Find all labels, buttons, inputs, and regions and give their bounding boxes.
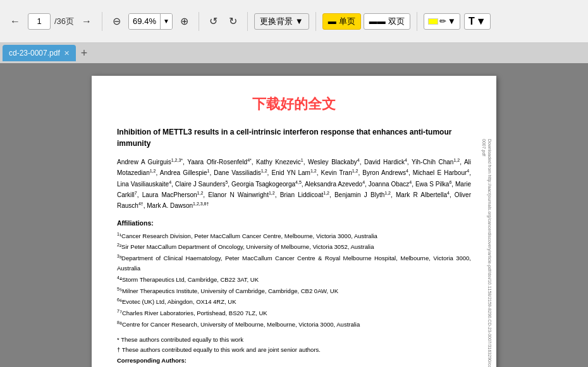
affil-item-4: 4⁴Storm Therapeutics Ltd, Cambridge, CB2… — [117, 274, 471, 285]
background-label: 更换背景 — [260, 16, 293, 27]
notes: * These authors contributed equally to t… — [117, 335, 471, 366]
text-tool-button[interactable]: T ▼ — [464, 13, 491, 30]
text-icon: T — [469, 16, 475, 27]
divider-3 — [247, 12, 248, 31]
affil-item-5: 5⁵Milner Therapeutics Institute, Univers… — [117, 286, 471, 296]
affil-item-7: 7⁷Charles River Laboratories, Portishead… — [117, 308, 471, 318]
double-page-button[interactable]: ▬▬ 双页 — [364, 13, 410, 30]
divider-5 — [417, 12, 417, 31]
single-page-button[interactable]: ▬ 单页 — [322, 13, 361, 30]
background-dropdown-icon: ▼ — [295, 16, 303, 26]
rotate-left-button[interactable]: ↺ — [205, 13, 221, 30]
forward-button[interactable]: → — [78, 13, 95, 30]
back-button[interactable]: ← — [6, 13, 24, 30]
zoom-dropdown[interactable]: ▼ — [161, 14, 172, 29]
background-button[interactable]: 更换背景 ▼ — [254, 13, 309, 30]
affil-item-3: 3³Department of Clinical Haematology, Pe… — [117, 253, 471, 274]
pdf-page: 下载好的全文 Inhibition of METTL3 results in a… — [92, 76, 496, 367]
toolbar: ← /36页 → ⊖ 69.4% ▼ ⊕ ↺ ↻ 更换背景 ▼ ▬ 单页 ▬▬ … — [0, 0, 588, 43]
divider-4 — [315, 12, 316, 31]
pdf-tab[interactable]: cd-23-0007.pdf ✕ — [3, 45, 76, 61]
paper-title: Inhibition of METTL3 results in a cell-i… — [117, 126, 471, 149]
affil-item-6: 6⁶Evotec (UK) Ltd, Abingdon, OX14 4RZ, U… — [117, 296, 471, 307]
divider-2 — [199, 12, 199, 31]
text-dropdown: ▼ — [476, 16, 486, 27]
corresponding-heading: Corresponding Authors: — [117, 356, 471, 366]
content-area: 下载好的全文 Inhibition of METTL3 results in a… — [0, 63, 588, 367]
tabbar: cd-23-0007.pdf ✕ + — [0, 43, 588, 63]
tab-close-button[interactable]: ✕ — [64, 49, 70, 57]
highlight-color-swatch — [428, 18, 438, 25]
affiliations-heading: Affiliations: — [117, 219, 471, 227]
side-text: Downloaded from http://aacrjournals.org/… — [481, 139, 493, 367]
affil-item-2: 2²Sir Peter MacCallum Department of Onco… — [117, 241, 471, 252]
rotate-right-button[interactable]: ↻ — [225, 13, 241, 30]
note-1: * These authors contributed equally to t… — [117, 335, 471, 345]
affiliations-list: 1¹Cancer Research Division, Peter MacCal… — [117, 231, 471, 330]
single-page-label: 单页 — [339, 16, 355, 27]
watermark-title: 下载好的全文 — [117, 95, 471, 114]
zoom-out-button[interactable]: ⊖ — [109, 13, 125, 30]
single-page-icon: ▬ — [328, 16, 336, 26]
page-total: /36页 — [54, 16, 74, 27]
divider-1 — [102, 12, 102, 31]
tab-label: cd-23-0007.pdf — [9, 49, 60, 57]
highlight-dropdown: ▼ — [448, 16, 456, 26]
view-mode-group: ▬ 单页 ▬▬ 双页 — [322, 13, 410, 30]
double-page-label: 双页 — [388, 16, 405, 27]
zoom-value: 69.4% — [129, 14, 161, 29]
add-tab-button[interactable]: + — [78, 47, 90, 60]
page-input[interactable] — [28, 13, 51, 30]
highlight-icon: ✏ — [439, 16, 446, 26]
zoom-box: 69.4% ▼ — [128, 13, 173, 30]
highlight-button[interactable]: ✏ ▼ — [424, 13, 460, 30]
double-page-icon: ▬▬ — [369, 16, 386, 26]
authors: Andrew A Guirguis1,2,3*, Yaara Ofir-Rose… — [117, 157, 471, 212]
affil-item-1: 1¹Cancer Research Division, Peter MacCal… — [117, 231, 471, 241]
affil-item-8: 8⁸Centre for Cancer Research, University… — [117, 319, 471, 330]
note-2: † These authors contributed equally to t… — [117, 345, 471, 355]
zoom-in-button[interactable]: ⊕ — [176, 13, 192, 30]
